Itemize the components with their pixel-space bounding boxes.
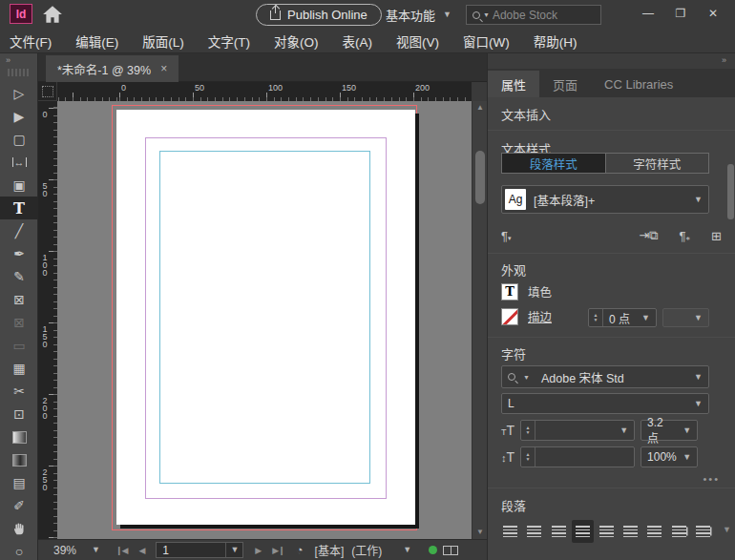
more-options-icon[interactable]: ••• [703,473,720,485]
document-tab[interactable]: *未命名-1 @ 39% × [46,55,178,82]
home-icon[interactable] [42,4,63,25]
preflight-menu-icon[interactable]: ▼ [403,546,411,554]
last-page-button[interactable]: ▶❙ [272,546,284,555]
menu-table[interactable]: 表(A) [343,31,373,51]
justify-last-center-button[interactable] [596,520,618,543]
page-tool[interactable]: ▢ [0,128,38,151]
toolbar-grip[interactable] [8,69,30,76]
hand-tool[interactable] [0,517,38,540]
menu-edit[interactable]: 编辑(E) [75,31,118,51]
pencil-tool[interactable]: ✎ [0,265,38,288]
page-number-field[interactable]: 1 ▼ [156,542,243,558]
tab-cc-libraries[interactable]: CC Libraries [591,71,686,97]
note-tool[interactable]: ▤ [0,471,38,494]
paragraph-style-dropdown[interactable]: Ag [基本段落]+ ▼ [501,185,709,214]
stroke-weight-stepper[interactable]: ▲▼ 0 点 ▼ [588,308,657,327]
chevron-down-icon[interactable]: ▼ [723,525,731,534]
menu-type[interactable]: 文字(T) [208,31,250,51]
paragraph-style-tab[interactable]: 段落样式 [502,154,605,173]
adobe-stock-search[interactable]: ▼ Adobe Stock [466,5,601,25]
eyedropper-tool[interactable]: ✐ [0,494,38,517]
zoom-dropdown-icon[interactable]: ▼ [92,546,100,554]
gradient-feather-tool[interactable] [0,448,38,471]
align-away-spine-button[interactable] [692,520,714,543]
preflight-profile[interactable]: (工作) [351,542,382,558]
stepper-arrows-icon[interactable]: ▲▼ [521,447,536,467]
fill-swatch-icon[interactable]: T [501,283,518,301]
rectangle-frame-tool[interactable]: ⊠ [0,288,38,311]
menu-file[interactable]: 文件(F) [10,31,52,51]
justify-last-left-button[interactable] [572,520,594,543]
menu-view[interactable]: 视图(V) [396,31,439,51]
scissors-tool[interactable]: ✂ [0,380,38,403]
horizontal-ruler[interactable]: 0 50 100 150 200 [57,82,472,101]
stepper-arrows-icon[interactable]: ▲▼ [589,309,603,326]
vertical-scrollbar[interactable]: ▲ ▼ [472,101,487,539]
line-tool[interactable]: ╱ [0,219,38,242]
type-tool[interactable]: T [0,197,38,219]
selection-tool[interactable]: ▷ [0,82,38,105]
stroke-type-dropdown[interactable]: ▼ [662,308,709,327]
new-style-icon[interactable]: ⊞ [711,229,722,243]
stroke-swatch-icon[interactable] [501,308,518,325]
text-frame[interactable] [159,151,370,484]
tab-close-icon[interactable]: × [160,62,167,75]
ruler-origin-corner[interactable] [38,82,57,101]
rectangle-tool[interactable]: ⊠ [0,311,38,334]
menu-window[interactable]: 窗口(W) [463,31,510,51]
style-options-icon[interactable]: ¶▾ [501,229,512,243]
menu-object[interactable]: 对象(O) [274,31,319,51]
minimize-button[interactable]: — [632,0,664,27]
justify-last-right-button[interactable] [620,520,641,543]
menu-help[interactable]: 帮助(H) [534,31,578,51]
panel-collapse-icon[interactable]: » [488,53,735,69]
indesign-app-icon[interactable]: Id [10,4,32,24]
shape-tool[interactable]: ▭ [0,334,38,357]
clear-overrides-icon[interactable]: ¶⁎ [680,229,690,243]
zoom-tool[interactable]: ○ [0,540,38,560]
font-family-dropdown[interactable]: ▼ Adobe 宋体 Std ▼ [501,365,709,388]
preflight-preset[interactable]: [基本] [315,542,345,558]
previous-page-button[interactable]: ◀ [138,546,144,555]
align-right-button[interactable] [547,520,569,543]
font-size-field[interactable]: ▲▼ ▼ [520,420,635,441]
panel-scrollbar-thumb[interactable] [727,164,734,219]
tab-properties[interactable]: 属性 [488,71,539,97]
stepper-arrows-icon[interactable]: ▲▼ [521,421,536,440]
workspace-switcher[interactable]: 基本功能 ▼ [386,6,452,24]
vertical-scale-value-dropdown[interactable]: 100% ▼ [640,446,698,467]
menu-layout[interactable]: 版面(L) [142,31,184,51]
scroll-down-icon[interactable]: ▼ [472,526,488,539]
next-page-button[interactable]: ▶ [255,546,261,555]
direct-selection-tool[interactable]: ▶ [0,105,38,128]
gradient-swatch-tool[interactable] [0,425,38,448]
pen-tool[interactable]: ✒ [0,242,38,265]
align-left-button[interactable] [499,520,521,543]
page-dropdown-icon[interactable]: ▼ [225,543,242,557]
scroll-up-icon[interactable]: ▲ [472,101,488,114]
stroke-label[interactable]: 描边 [528,307,552,325]
redefine-style-icon[interactable]: ⇥⧉ [639,228,658,243]
content-collector-tool[interactable]: ▣ [0,174,38,197]
vertical-ruler[interactable]: 0 50 100 150 200 250 300 [38,101,57,539]
align-center-button[interactable] [523,520,545,543]
free-transform-tool[interactable]: ⊡ [0,403,38,425]
close-button[interactable]: ✕ [697,0,729,27]
preflight-clock-icon[interactable]: ◔ [296,543,304,557]
character-style-tab[interactable]: 字符样式 [605,154,709,173]
font-style-dropdown[interactable]: L ▼ [501,393,709,414]
vertical-scale-field[interactable]: ▲▼ [520,446,635,467]
first-page-button[interactable]: ❙◀ [116,546,127,555]
grid-tool[interactable]: ▦ [0,357,38,380]
pasteboard[interactable] [57,101,472,539]
tab-pages[interactable]: 页面 [539,71,591,97]
font-size-value-dropdown[interactable]: 3.2 点 ▼ [640,420,698,441]
gap-tool[interactable]: ↔ [0,151,38,174]
scrollbar-thumb[interactable] [475,151,485,204]
toolbar-expand-icon[interactable]: » [0,53,37,67]
zoom-level[interactable]: 39% [53,544,76,557]
maximize-button[interactable]: ❐ [664,0,697,27]
justify-all-button[interactable] [643,520,665,543]
publish-online-button[interactable]: Publish Online [256,4,382,26]
fill-label[interactable]: 填色 [528,282,552,301]
